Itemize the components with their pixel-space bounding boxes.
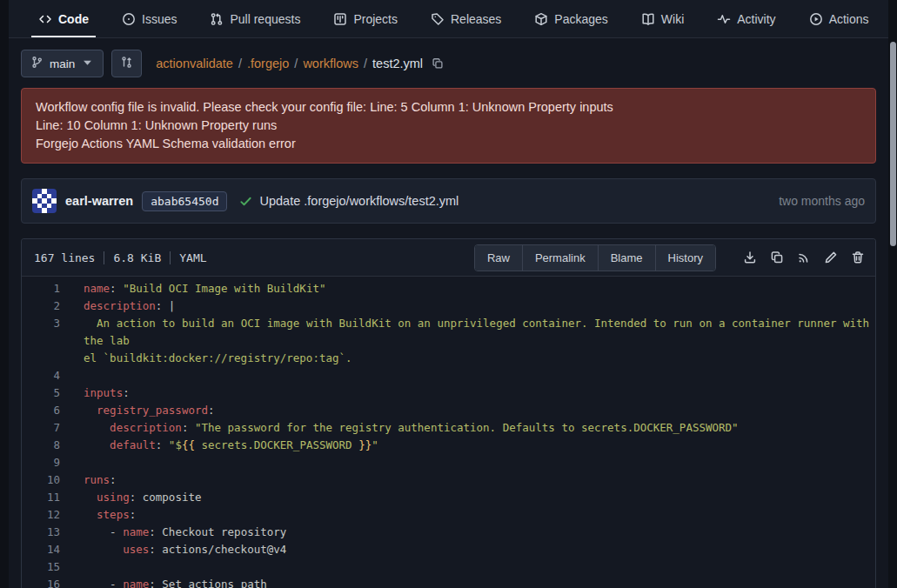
nav-item-packages[interactable]: Packages (525, 0, 616, 37)
line-content: inputs: (60, 384, 130, 402)
line-number[interactable]: 8 (22, 437, 60, 454)
avatar[interactable] (32, 189, 57, 213)
commit-message[interactable]: Update .forgejo/workflows/test2.yml (259, 194, 459, 208)
code-line: 10runs: (22, 471, 875, 489)
delete-icon (851, 251, 865, 264)
file-line-count: 167 lines (34, 251, 104, 264)
line-number[interactable]: 1 (22, 280, 60, 297)
nav-item-label: Pull requests (230, 12, 300, 26)
nav-item-label: Wiki (661, 12, 684, 26)
breadcrumb-actionvalidate[interactable]: actionvalidate (156, 57, 233, 70)
line-number[interactable]: 6 (22, 402, 60, 419)
line-content: uses: actions/checkout@v4 (60, 541, 286, 558)
nav-item-settings[interactable]: Settings (894, 0, 897, 37)
download-button[interactable] (743, 251, 757, 264)
permalink-button[interactable]: Permalink (522, 245, 598, 271)
nav-item-label: Code (58, 12, 89, 26)
copy-button[interactable] (770, 251, 784, 264)
line-number[interactable]: 5 (22, 384, 60, 402)
nav-item-wiki[interactable]: Wiki (633, 0, 693, 37)
breadcrumb-separator: / (238, 57, 242, 70)
copy-icon (432, 57, 444, 70)
vertical-scrollbar[interactable] (890, 42, 896, 246)
line-content: runs: (60, 471, 117, 489)
edit-button[interactable] (824, 251, 838, 264)
nav-item-code[interactable]: Code (30, 0, 97, 37)
line-number[interactable]: 14 (22, 541, 60, 558)
issue-icon (122, 12, 136, 26)
nav-item-issues[interactable]: Issues (113, 0, 185, 37)
file-meta: 167 lines 6.8 KiB YAML (34, 251, 216, 264)
code-viewer: 1name: "Build OCI Image with BuildKit"2d… (22, 277, 875, 588)
code-line: 4 (22, 367, 875, 384)
edit-icon (824, 251, 838, 264)
package-icon (534, 12, 548, 26)
line-content: steps: (60, 506, 136, 524)
code-line: 9 (22, 454, 875, 471)
nav-item-releases[interactable]: Releases (422, 0, 510, 37)
code-line: 8 default: "${{ secrets.DOCKER_PASSWORD … (22, 437, 875, 454)
nav-item-label: Issues (142, 12, 177, 26)
line-number[interactable]: 9 (22, 454, 60, 471)
code-line: 2description: | (22, 297, 875, 315)
check-icon[interactable] (239, 195, 252, 208)
raw-button[interactable]: Raw (475, 245, 522, 271)
pull-request-icon (210, 12, 224, 26)
copy-path-button[interactable] (432, 57, 444, 70)
line-content: using: composite (60, 489, 202, 506)
projects-icon (333, 12, 347, 26)
nav-item-pull-requests[interactable]: Pull requests (201, 0, 309, 37)
line-number[interactable]: 12 (22, 506, 60, 524)
code-line: 6 registry_password: (22, 402, 875, 419)
nav-item-label: Projects (353, 12, 398, 26)
line-number[interactable]: 3 (22, 315, 60, 367)
file-toolbar: main actionvalidate/.forgejo/workflows/t… (9, 38, 888, 77)
line-number[interactable]: 10 (22, 471, 60, 489)
compare-icon (120, 56, 133, 69)
breadcrumb--forgejo[interactable]: .forgejo (247, 57, 289, 70)
line-number[interactable]: 2 (22, 297, 60, 315)
line-number[interactable]: 15 (22, 558, 60, 576)
line-number[interactable]: 7 (22, 419, 60, 437)
repo-page: CodeIssuesPull requestsProjectsReleasesP… (9, 0, 888, 588)
file-icon-buttons (730, 251, 865, 264)
line-number[interactable]: 16 (22, 576, 60, 588)
caret-down-icon (81, 56, 94, 69)
commit-time: two months ago (779, 194, 865, 208)
line-content: - name: Set actions path (60, 576, 267, 588)
file-view-buttons: RawPermalinkBlameHistory (474, 244, 716, 271)
compare-button[interactable] (111, 50, 142, 77)
branch-selector-button[interactable]: main (21, 50, 104, 77)
nav-item-label: Releases (451, 12, 501, 26)
history-button[interactable]: History (655, 245, 715, 271)
blame-button[interactable]: Blame (598, 245, 655, 271)
breadcrumb: actionvalidate/.forgejo/workflows/test2.… (156, 57, 444, 70)
line-content: description: "The password for the regis… (60, 419, 739, 437)
nav-item-label: Actions (829, 12, 869, 26)
play-circle-icon (809, 12, 823, 26)
line-content (60, 558, 84, 576)
file-actions: RawPermalinkBlameHistory (474, 244, 865, 271)
line-number[interactable]: 11 (22, 489, 60, 506)
line-content: default: "${{ secrets.DOCKER_PASSWORD }}… (60, 437, 378, 454)
commit-author[interactable]: earl-warren (65, 194, 133, 208)
code-line: 5inputs: (22, 384, 875, 402)
line-content (60, 454, 84, 471)
file-header: 167 lines 6.8 KiB YAML RawPermalinkBlame… (22, 239, 875, 277)
pulse-icon (717, 12, 731, 26)
line-number[interactable]: 13 (22, 524, 60, 541)
error-line: Workflow config file is invalid. Please … (36, 98, 861, 117)
line-number[interactable]: 4 (22, 367, 60, 384)
breadcrumb-test2-yml: test2.yml (372, 57, 423, 70)
line-content: name: "Build OCI Image with BuildKit" (60, 280, 325, 297)
nav-item-activity[interactable]: Activity (708, 0, 784, 37)
breadcrumb-workflows[interactable]: workflows (303, 57, 358, 70)
code-icon (38, 12, 52, 26)
nav-item-projects[interactable]: Projects (325, 0, 406, 37)
rss-button[interactable] (797, 251, 811, 264)
delete-button[interactable] (851, 251, 865, 264)
nav-item-actions[interactable]: Actions (800, 0, 878, 37)
rss-icon (797, 251, 811, 264)
commit-hash-button[interactable]: abab65450d (142, 191, 227, 211)
code-line: 13 - name: Checkout repository (22, 524, 875, 541)
